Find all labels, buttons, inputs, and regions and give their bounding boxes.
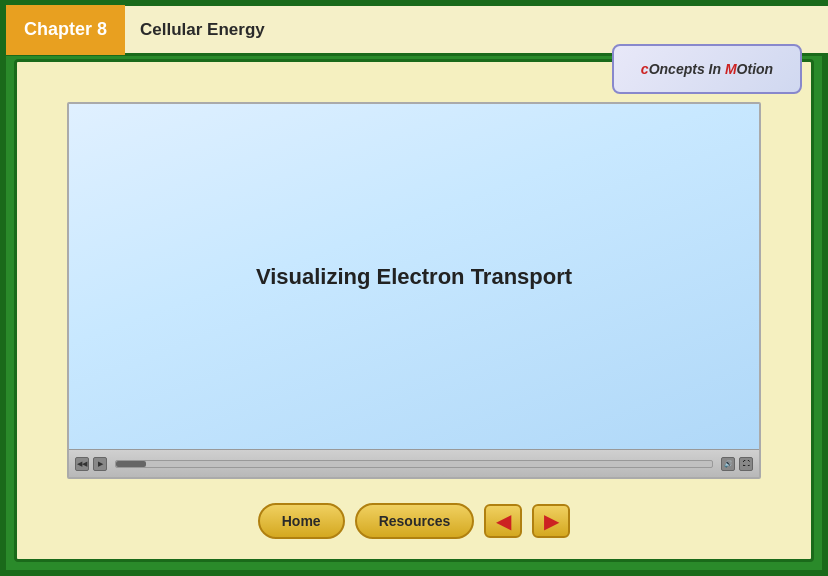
logo-text: cOncepts In MOtion [641, 61, 773, 78]
back-arrow-button[interactable]: ◀ [484, 504, 522, 538]
volume-button[interactable]: 🔊 [721, 457, 735, 471]
bottom-navigation: Home Resources ◀ ▶ [17, 503, 811, 539]
forward-arrow-icon: ▶ [544, 511, 559, 531]
chapter-tab: Chapter 8 [6, 5, 125, 55]
resources-button[interactable]: Resources [355, 503, 475, 539]
concepts-in-motion-logo: cOncepts In MOtion [612, 44, 802, 94]
video-screen: Visualizing Electron Transport [69, 104, 759, 449]
home-button[interactable]: Home [258, 503, 345, 539]
fullscreen-button[interactable]: ⛶ [739, 457, 753, 471]
play-button[interactable]: ▶ [93, 457, 107, 471]
app-frame: Chapter 8 Cellular Energy cOncepts In MO… [0, 0, 828, 576]
video-container: Visualizing Electron Transport ◀◀ ▶ 🔊 ⛶ [67, 102, 761, 479]
main-content: Visualizing Electron Transport ◀◀ ▶ 🔊 ⛶ … [14, 59, 814, 562]
progress-bar[interactable] [115, 460, 713, 468]
forward-arrow-button[interactable]: ▶ [532, 504, 570, 538]
rewind-button[interactable]: ◀◀ [75, 457, 89, 471]
back-arrow-icon: ◀ [496, 511, 511, 531]
video-controls-bar: ◀◀ ▶ 🔊 ⛶ [69, 449, 759, 477]
progress-bar-fill [116, 461, 146, 467]
video-title: Visualizing Electron Transport [256, 264, 572, 290]
chapter-title: Cellular Energy [135, 20, 265, 40]
chapter-label: Chapter 8 [24, 19, 107, 40]
